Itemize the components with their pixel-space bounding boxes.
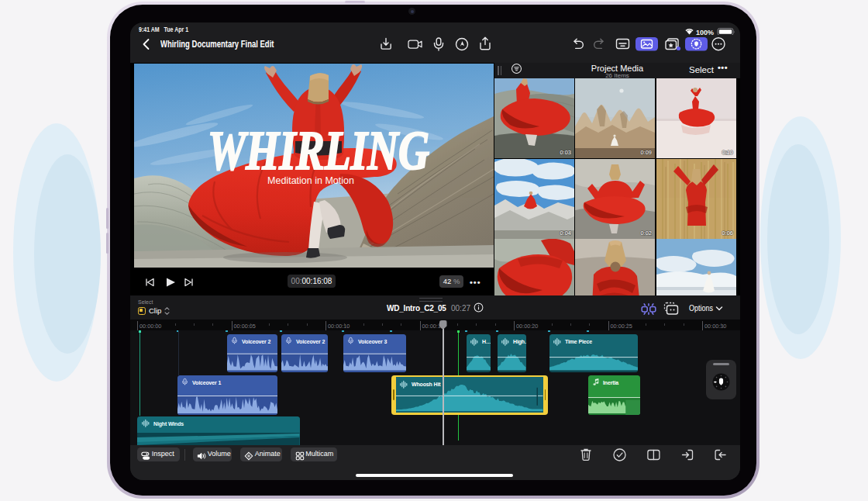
svg-text:0:10: 0:10	[722, 149, 733, 156]
svg-text:Meditation in Motion: Meditation in Motion	[267, 175, 354, 186]
svg-text:0:09: 0:09	[641, 149, 653, 156]
svg-text:0:03: 0:03	[560, 149, 571, 156]
svg-text:Time Piece: Time Piece	[565, 339, 592, 344]
svg-text:Voiceover 3: Voiceover 3	[358, 339, 387, 344]
svg-text:Night Winds: Night Winds	[153, 421, 184, 427]
svg-text:Inertia: Inertia	[603, 379, 618, 385]
svg-text:Voiceover 2: Voiceover 2	[242, 339, 270, 344]
svg-text:Whoosh Hit: Whoosh Hit	[412, 382, 441, 387]
svg-text:0:06: 0:06	[722, 230, 733, 237]
svg-text:H…: H…	[482, 339, 491, 344]
svg-text:Voiceover 1: Voiceover 1	[192, 379, 221, 385]
svg-text:0:04: 0:04	[560, 230, 571, 237]
svg-text:High…: High…	[513, 339, 526, 345]
svg-text:0:02: 0:02	[641, 230, 653, 237]
svg-text:Voiceover 2: Voiceover 2	[296, 339, 325, 344]
svg-text:WHIRLING: WHIRLING	[208, 120, 429, 181]
